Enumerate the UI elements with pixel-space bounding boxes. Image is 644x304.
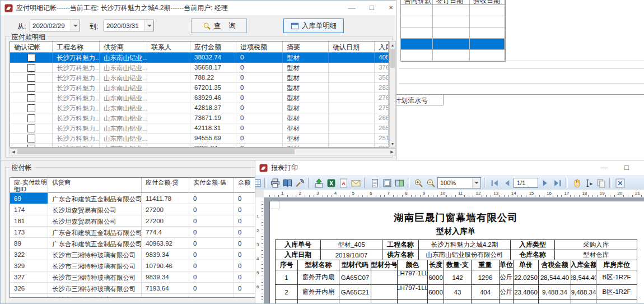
scroll-down-icon[interactable]: ▼ [390,141,395,146]
row-checkbox[interactable] [27,54,35,62]
column-header-4[interactable]: 应付金额 [190,42,236,53]
page-number-box[interactable]: 1/1 [514,178,538,188]
table-row[interactable]: 173广东合和建筑五金制品有限公司774.400 [10,227,268,238]
checkbox-cell[interactable] [10,63,53,73]
hand-icon[interactable] [571,177,582,188]
close-x-icon[interactable] [614,177,626,188]
checkbox-cell[interactable] [10,53,53,63]
id-cell[interactable]: 329 [10,260,48,271]
inbound-detail-button[interactable]: 入库单明细 [283,19,344,33]
excel-icon[interactable] [325,177,337,188]
minimize-button[interactable]: — [343,3,360,12]
table-row[interactable] [401,5,505,16]
id-cell[interactable]: 181 [10,215,48,227]
scrollbar-thumb[interactable] [17,149,295,154]
table-row[interactable]: 89广东合和建筑五金制品有限公司40963.9200 [10,238,268,249]
id-cell[interactable]: 327 [10,271,48,283]
table-row[interactable]: 长沙市三湘特种玻璃有限公司 [10,294,268,298]
id-cell[interactable]: 174 [10,204,48,215]
column-header-3[interactable]: 实付金额-借 [189,178,234,193]
to-date-select[interactable]: 2020/03/31 [104,20,154,31]
mail-icon[interactable] [350,177,361,188]
table-row[interactable]: 长沙万科魅力...山东南山铝业...3895.840型材252 [10,144,389,148]
table-row[interactable] [401,39,505,50]
query-button[interactable]: 查 询 [191,19,247,33]
nav-next-icon[interactable] [539,177,550,188]
checkbox-cell[interactable] [10,93,53,103]
row-checkbox[interactable] [27,114,35,122]
id-cell[interactable]: 322 [10,249,48,260]
table-row[interactable]: 长沙万科魅力...山东南山铝业...63929.460型材276 [10,93,389,103]
preview-canvas[interactable]: 湖南巨晟门窗幕墙有限公司 型材入库单 入库单号型材_405工程名称长沙万科魅力之… [264,197,644,303]
checkbox-cell[interactable] [10,113,53,123]
id-cell[interactable]: 69 [10,193,48,204]
horizontal-scrollbar[interactable]: ◀ ▶ [10,148,396,155]
row-checkbox[interactable] [27,64,35,72]
column-header-8[interactable]: 入库 [375,42,389,53]
table-row[interactable]: 326长沙市三湘特种玻璃有限公司7193.6400 [10,283,268,294]
table-row[interactable]: 长沙万科魅力...山东南山铝业...94555.690型材251 [10,133,389,144]
scroll-up-icon[interactable]: ▲ [390,42,395,48]
tools-icon[interactable] [294,177,305,188]
copy-icon[interactable] [595,177,606,188]
table-row[interactable]: 长沙万科魅力...山东南山铝业...42818.370型材275 [10,103,389,113]
id-cell[interactable] [10,294,48,298]
chevron-down-icon[interactable] [472,178,480,188]
table-row[interactable]: 174长沙坦森贸易有限公司2720000 [10,204,268,215]
column-header-2[interactable]: 供货商 [100,42,147,53]
column-header-0[interactable]: 应-实付款明细ID [10,178,48,193]
row-checkbox[interactable] [27,74,35,82]
column-header-5[interactable]: 进项税额 [236,42,283,53]
text-select-icon[interactable] [583,177,594,188]
column-header-3[interactable]: 联系人 [147,42,190,53]
table-row[interactable] [401,16,505,27]
zoom-level-select[interactable]: 100% [437,177,481,188]
column-header-0[interactable]: 确认记帐 [10,42,53,53]
table-row[interactable] [401,50,505,61]
table-row[interactable]: 69广东合和建筑五金制品有限公司11411.7800 [10,193,268,204]
export-icon[interactable] [313,177,324,188]
minimize-button[interactable]: — [596,163,613,172]
grid-icon[interactable] [255,177,262,188]
row-checkbox[interactable] [27,145,35,148]
nav-last-icon[interactable] [552,177,563,188]
chevron-down-icon[interactable] [144,20,153,31]
row-checkbox[interactable] [27,84,35,92]
table-row[interactable]: 长沙万科魅力...山东南山铝业...73671.190型材266 [10,113,389,123]
book-icon[interactable] [282,177,293,188]
checkbox-cell[interactable] [10,83,53,93]
zoom-in-icon[interactable] [413,177,424,188]
row-checkbox[interactable] [27,135,35,142]
maximize-button[interactable]: □ [363,3,380,12]
checkbox-cell[interactable] [10,133,53,144]
page-setup-icon[interactable] [369,177,380,188]
nav-first-icon[interactable] [489,177,500,188]
page-single-icon[interactable] [381,177,393,188]
vertical-scrollbar[interactable]: ▲ ▼ [389,41,396,148]
id-cell[interactable]: 326 [10,283,48,294]
table-row[interactable]: 长沙万科魅力...山东南山铝业...35658.170型材376 [10,63,389,73]
checkbox-cell[interactable] [10,73,53,83]
scroll-right-icon[interactable]: ▶ [389,149,395,155]
scrollbar-thumb[interactable] [390,49,395,68]
table-row[interactable]: 181长沙坦森贸易有限公司2720000 [10,215,268,227]
id-cell[interactable]: 89 [10,238,48,249]
checkbox-cell[interactable] [10,144,53,148]
row-checkbox[interactable] [27,104,35,112]
column-header-6[interactable]: 摘要 [283,42,329,53]
id-cell[interactable]: 173 [10,227,48,238]
checkbox-cell[interactable] [10,123,53,133]
table-row[interactable] [401,27,505,39]
print-icon[interactable] [269,177,281,188]
table-row[interactable]: 327长沙市三湘特种玻璃有限公司9839.3400 [10,271,268,283]
title-bar[interactable]: 应付明细记帐------当前工程: 长沙万科魅力之城4.2期------当前用户… [1,1,396,15]
scroll-left-icon[interactable]: ◀ [11,149,16,155]
table-row[interactable]: 322长沙市三湘特种玻璃有限公司9839.3400 [10,249,268,260]
title-bar[interactable]: 报表打印 — □ × [255,160,644,175]
row-checkbox[interactable] [27,125,35,132]
from-date-select[interactable]: 2020/02/29 [30,20,80,31]
maximize-button[interactable]: □ [618,163,635,172]
close-button[interactable]: × [640,163,644,172]
row-checkbox[interactable] [27,94,35,102]
table-row[interactable]: 329长沙市三湘特种玻璃有限公司10790.4600 [10,260,268,271]
